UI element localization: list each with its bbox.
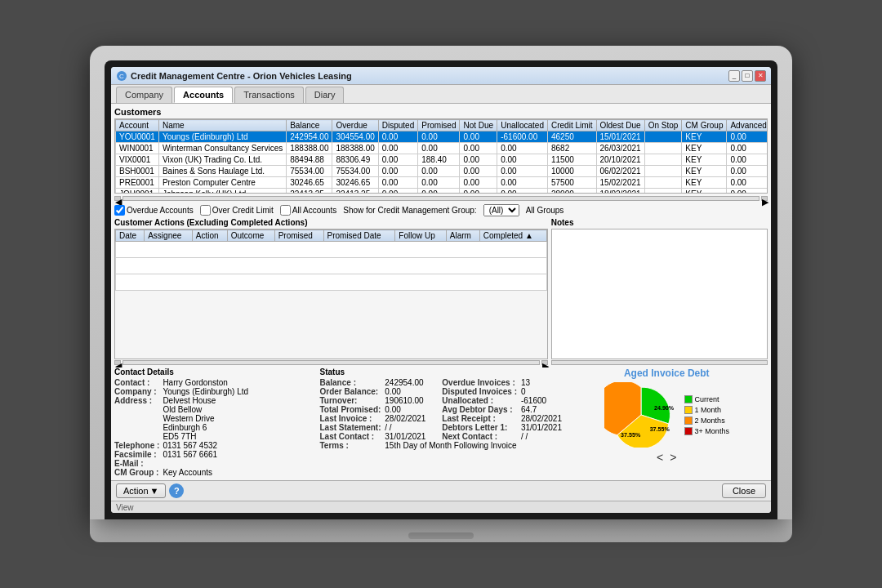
- overdue-invoices-label: Overdue Invoices :: [442, 378, 521, 387]
- minimize-button[interactable]: _: [728, 70, 740, 82]
- tab-company[interactable]: Company: [116, 87, 172, 103]
- notes-header: Notes: [551, 218, 768, 227]
- tab-bar: Company Accounts Transactions Diary: [111, 85, 771, 104]
- tab-accounts[interactable]: Accounts: [174, 87, 233, 103]
- notes-section: Notes: [551, 218, 768, 365]
- col-disputed[interactable]: Disputed: [378, 120, 417, 131]
- overdue-accounts-filter[interactable]: Overdue Accounts: [114, 205, 194, 216]
- over-credit-limit-filter[interactable]: Over Credit Limit: [200, 205, 274, 216]
- balance-value: 242954.00: [385, 378, 442, 387]
- col-promised[interactable]: Promised: [418, 120, 460, 131]
- unallocated-label: Unallocated :: [442, 396, 521, 405]
- overdue-accounts-checkbox[interactable]: [114, 205, 125, 216]
- next-contact-value: / /: [521, 432, 563, 441]
- last-receipt-label: Last Receipt :: [442, 414, 521, 423]
- status-title: Status: [320, 368, 563, 376]
- legend-color-3months: [684, 427, 693, 435]
- actions-table: Date Assignee Action Outcome Promised Pr…: [115, 229, 547, 291]
- chart-title: Aged Invoice Debt: [624, 368, 710, 379]
- col-assignee[interactable]: Assignee: [145, 230, 193, 242]
- scroll-left-btn[interactable]: ◀: [114, 196, 121, 201]
- actions-empty-row: [116, 242, 547, 258]
- svg-text:24.90%: 24.90%: [654, 405, 675, 412]
- company-label: Company :: [114, 387, 163, 396]
- balance-label: Balance :: [320, 378, 385, 387]
- cm-group-label: CM Group :: [114, 468, 163, 477]
- customers-table: Account Name Balance Overdue Disputed Pr…: [115, 119, 767, 193]
- last-invoice-label: Last Invoice :: [320, 414, 385, 423]
- terms-value: 15th Day of Month Following Invoice: [385, 441, 562, 450]
- col-advanced[interactable]: Advanced ▲: [727, 120, 767, 131]
- col-follow-up[interactable]: Follow Up: [395, 230, 446, 242]
- col-oldest-due[interactable]: Oldest Due: [596, 120, 644, 131]
- email-label: E-Mail :: [114, 459, 163, 468]
- help-button[interactable]: ?: [169, 483, 184, 498]
- col-action[interactable]: Action: [192, 230, 227, 242]
- tab-diary[interactable]: Diary: [305, 87, 345, 103]
- window-title: Credit Management Centre - Orion Vehicle…: [131, 71, 352, 81]
- close-window-button[interactable]: ✕: [755, 70, 766, 82]
- col-name[interactable]: Name: [158, 120, 286, 131]
- all-accounts-checkbox[interactable]: [280, 205, 291, 216]
- table-row[interactable]: WIN0001 Winterman Consultancy Services 1…: [116, 143, 768, 154]
- table-row[interactable]: VIX0001 Vixon (UK) Trading Co. Ltd. 8849…: [116, 154, 768, 166]
- contact-table: Contact : Harry Gordonston Company : You…: [114, 378, 248, 477]
- tab-transactions[interactable]: Transactions: [234, 87, 304, 103]
- col-date[interactable]: Date: [116, 230, 145, 242]
- over-credit-limit-checkbox[interactable]: [200, 205, 211, 216]
- table-row[interactable]: YOU0001 Youngs (Edinburgh) Ltd 242954.00…: [116, 131, 768, 143]
- status-section: Status Balance : 242954.00 Overdue Invoi…: [320, 368, 563, 477]
- col-completed[interactable]: Completed ▲: [479, 230, 546, 242]
- maximize-button[interactable]: □: [742, 70, 753, 82]
- col-alarm[interactable]: Alarm: [446, 230, 479, 242]
- actions-scrollbar[interactable]: [122, 360, 540, 365]
- last-statement-value: / /: [385, 423, 442, 432]
- telephone-label: Telephone :: [114, 441, 163, 450]
- actions-scroll-left[interactable]: ◀: [114, 360, 121, 365]
- svg-text:C: C: [119, 73, 124, 80]
- col-not-due[interactable]: Not Due: [460, 120, 497, 131]
- legend-color-1month: [684, 406, 693, 414]
- notes-box[interactable]: [551, 229, 768, 359]
- overdue-invoices-value: 13: [521, 378, 563, 387]
- debtors-letter-value: 31/01/2021: [521, 423, 563, 432]
- col-overdue[interactable]: Overdue: [332, 120, 378, 131]
- chart-nav: < >: [657, 451, 676, 464]
- customers-table-scroll[interactable]: Account Name Balance Overdue Disputed Pr…: [115, 119, 767, 193]
- table-row[interactable]: JOH0001 Johnson Kelly (UK) Ltd. 22413.25…: [116, 189, 768, 194]
- table-row[interactable]: PRE0001 Preston Computer Centre 30246.65…: [116, 177, 768, 189]
- close-button[interactable]: Close: [722, 483, 766, 498]
- last-contact-value: 31/01/2021: [385, 432, 442, 441]
- pie-container: 24.90% 37.55% 37.55% Current: [604, 382, 729, 448]
- col-on-stop[interactable]: On Stop: [644, 120, 682, 131]
- window-titlebar: C Credit Management Centre - Orion Vehic…: [111, 67, 771, 85]
- debtors-letter-label: Debtors Letter 1:: [442, 423, 521, 432]
- scroll-right-btn[interactable]: ▶: [761, 196, 768, 201]
- col-promised-date[interactable]: Promised Date: [323, 230, 395, 242]
- next-contact-label: Next Contact :: [442, 432, 521, 441]
- last-contact-label: Last Contact :: [320, 432, 385, 441]
- col-outcome[interactable]: Outcome: [227, 230, 274, 242]
- actions-section: Customer Actions (Excluding Completed Ac…: [114, 218, 548, 365]
- col-cm-group[interactable]: CM Group: [682, 120, 727, 131]
- credit-management-group-select[interactable]: (All): [483, 204, 519, 216]
- legend-current: Current: [684, 395, 729, 403]
- pie-chart-svg: 24.90% 37.55% 37.55%: [604, 382, 678, 448]
- avg-debtor-value: 64.7: [521, 405, 563, 414]
- action-button[interactable]: Action ▼: [116, 483, 166, 498]
- chart-prev-button[interactable]: <: [657, 451, 663, 464]
- col-unallocated[interactable]: Unallocated: [497, 120, 548, 131]
- col-credit-limit[interactable]: Credit Limit: [547, 120, 596, 131]
- chart-next-button[interactable]: >: [670, 451, 676, 464]
- col-balance[interactable]: Balance: [287, 120, 332, 131]
- col-account[interactable]: Account: [116, 120, 159, 131]
- actions-scroll-right[interactable]: ▶: [541, 360, 548, 365]
- notes-scrollbar[interactable]: [551, 360, 768, 365]
- avg-debtor-label: Avg Debtor Days :: [442, 405, 521, 414]
- actions-empty-row: [116, 274, 547, 291]
- table-row[interactable]: BSH0001 Baines & Sons Haulage Ltd. 75534…: [116, 166, 768, 177]
- col-promised[interactable]: Promised: [274, 230, 323, 242]
- horizontal-scrollbar[interactable]: [122, 196, 760, 201]
- all-accounts-filter[interactable]: All Accounts: [280, 205, 336, 216]
- customers-table-container: Account Name Balance Overdue Disputed Pr…: [114, 118, 768, 194]
